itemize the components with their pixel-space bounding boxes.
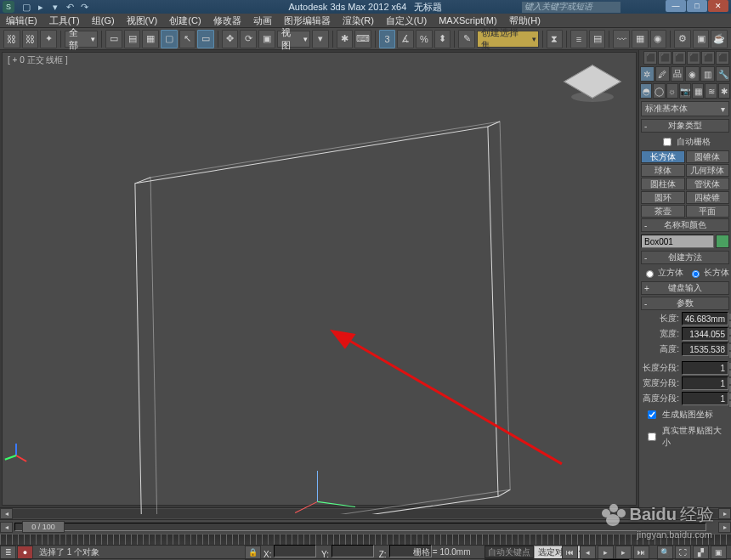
object-color-swatch[interactable] (716, 235, 729, 248)
graphite-icon[interactable]: ⬛ (643, 51, 657, 65)
x-coord-input[interactable] (274, 545, 316, 557)
obj-teapot-button[interactable]: 茶壶 (641, 205, 685, 218)
display-tab[interactable]: ▥ (700, 66, 715, 82)
y-coord-input[interactable] (332, 545, 374, 557)
goto-start-icon[interactable]: ⏮ (562, 546, 578, 559)
pivot-icon[interactable]: ▾ (312, 30, 329, 48)
schematic-icon[interactable]: ▦ (632, 30, 649, 48)
minimize-button[interactable]: ― (666, 0, 686, 12)
object-name-input[interactable]: Box001 (641, 235, 714, 248)
scroll-right-icon[interactable]: ▸ (718, 508, 731, 519)
viewport[interactable]: [ + 0 正交 线框 ] (2, 52, 637, 506)
obj-pyramid-button[interactable]: 四棱锥 (686, 191, 730, 204)
obj-sphere-button[interactable]: 球体 (641, 164, 685, 177)
qat-redo-icon[interactable]: ↷ (78, 1, 90, 13)
extras-icon[interactable]: ⬛ (687, 51, 700, 65)
fov-icon[interactable]: ▞ (693, 546, 709, 559)
snap-3d-icon[interactable]: 3 (379, 30, 396, 48)
menu-grapheditors[interactable]: 图形编辑器 (278, 14, 337, 27)
next-frame-icon[interactable]: ▸ (615, 546, 632, 559)
close-button[interactable]: ✕ (708, 0, 728, 12)
obj-cylinder-button[interactable]: 圆柱体 (641, 178, 685, 190)
rollout-name-color[interactable]: -名称和颜色 (641, 218, 729, 232)
move-icon[interactable]: ✥ (222, 30, 239, 48)
utilities-tab[interactable]: 🔧 (716, 66, 730, 82)
app-icon[interactable]: S (3, 1, 14, 13)
layers-icon[interactable]: ▤ (589, 30, 606, 48)
create-tab[interactable]: ✲ (640, 66, 654, 82)
menu-rendering[interactable]: 渲染(R) (337, 14, 380, 27)
menu-edit[interactable]: 编辑(E) (0, 14, 43, 27)
help-search-input[interactable]: 键入关键字或短语 (522, 2, 620, 13)
restore-button[interactable]: □ (687, 0, 707, 12)
genmap-checkbox[interactable] (648, 410, 656, 419)
bind-icon[interactable]: ✦ (40, 30, 57, 48)
zoom-extents-icon[interactable]: ▣ (711, 546, 727, 559)
unlink-icon[interactable]: ⛓ (22, 30, 39, 48)
reactor-icon[interactable]: ⬛ (658, 51, 672, 65)
layer-icon[interactable]: ⬛ (672, 51, 686, 65)
select-region-window-icon[interactable]: ▢ (161, 30, 178, 48)
snaps-icon[interactable]: ⬛ (701, 51, 715, 65)
play-icon[interactable]: ▸ (598, 546, 614, 559)
select-region-rect-icon[interactable]: ▭ (197, 30, 214, 48)
obj-torus-button[interactable]: 圆环 (641, 191, 685, 204)
wseg-spinner[interactable]: 1▴▾ (682, 376, 728, 390)
hseg-spinner[interactable]: 1▴▾ (682, 392, 728, 405)
named-selection-combo[interactable]: 创建选择集 (477, 31, 539, 48)
time-slider-handle[interactable]: 0 / 100 (22, 521, 65, 533)
menu-modifiers[interactable]: 修改器 (207, 14, 247, 27)
angle-snap-icon[interactable]: ∡ (397, 30, 414, 48)
render-frame-icon[interactable]: ▣ (693, 30, 710, 48)
menu-group[interactable]: 组(G) (86, 14, 121, 27)
filter-combo[interactable]: 全部 (65, 31, 98, 48)
systems-cat-icon[interactable]: ✱ (718, 83, 730, 99)
motion-tab[interactable]: ◉ (685, 66, 700, 82)
lock-selection-icon[interactable]: 🔒 (245, 546, 261, 559)
autogrid-checkbox[interactable] (663, 138, 672, 146)
menu-customize[interactable]: 自定义(U) (380, 14, 433, 27)
macro-record-button[interactable]: ● (17, 546, 33, 559)
autokey-button[interactable]: 自动关键点 (484, 546, 534, 558)
link-icon[interactable]: ⛓ (3, 30, 20, 48)
realworld-checkbox[interactable] (648, 433, 656, 441)
menu-views[interactable]: 视图(V) (121, 14, 164, 27)
qat-save-icon[interactable]: ▾ (49, 1, 61, 13)
mirror-icon[interactable]: ⧗ (547, 30, 564, 48)
select-name-icon[interactable]: ▤ (124, 30, 141, 48)
obj-tube-button[interactable]: 管状体 (686, 178, 730, 190)
shapes-cat-icon[interactable]: ◯ (653, 83, 665, 99)
spacewarps-cat-icon[interactable]: ≋ (705, 83, 717, 99)
zoom-all-icon[interactable]: ⛶ (675, 546, 691, 559)
script-listener-button[interactable]: ≣ (0, 546, 16, 559)
select-object-icon[interactable]: ↖ (179, 30, 196, 48)
cameras-cat-icon[interactable]: 📷 (679, 83, 691, 99)
zoom-icon[interactable]: 🔍 (657, 546, 673, 559)
radio-cube[interactable] (646, 270, 654, 278)
rollout-object-type[interactable]: -对象类型 (641, 119, 729, 133)
menu-maxscript[interactable]: MAXScript(M) (433, 15, 502, 25)
curve-editor-icon[interactable]: 〰 (613, 30, 630, 48)
height-spinner[interactable]: 1535.538▴▾ (682, 342, 728, 356)
length-spinner[interactable]: 46.683mm▴▾ (682, 312, 728, 325)
rollout-parameters[interactable]: -参数 (641, 297, 729, 310)
primitive-type-combo[interactable]: 标准基本体▾ (641, 101, 729, 116)
radio-box[interactable] (692, 270, 700, 278)
align-icon[interactable]: ≡ (570, 30, 587, 48)
keyboard-shortcut-icon[interactable]: ⌨ (354, 30, 371, 48)
menu-animation[interactable]: 动画 (247, 14, 278, 27)
rollout-keyboard-entry[interactable]: +键盘输入 (641, 281, 729, 295)
time-slider[interactable]: ◂ 0 / 100 ▸ (0, 519, 731, 534)
lights-cat-icon[interactable]: ☼ (666, 83, 678, 99)
spinner-snap-icon[interactable]: ⬍ (434, 30, 451, 48)
material-editor-icon[interactable]: ◉ (650, 30, 667, 48)
prev-frame-icon[interactable]: ◂ (580, 546, 596, 559)
render-setup-icon[interactable]: ⚙ (674, 30, 691, 48)
goto-end-icon[interactable]: ⏭ (633, 546, 649, 559)
render-icon[interactable]: ☕ (711, 30, 728, 48)
refcoord-combo[interactable]: 视图 (277, 31, 310, 48)
obj-plane-button[interactable]: 平面 (686, 205, 730, 218)
select-region-cross-icon[interactable]: ▦ (142, 30, 159, 48)
time-prev-icon[interactable]: ◂ (0, 522, 13, 533)
menu-create[interactable]: 创建(C) (163, 14, 207, 27)
